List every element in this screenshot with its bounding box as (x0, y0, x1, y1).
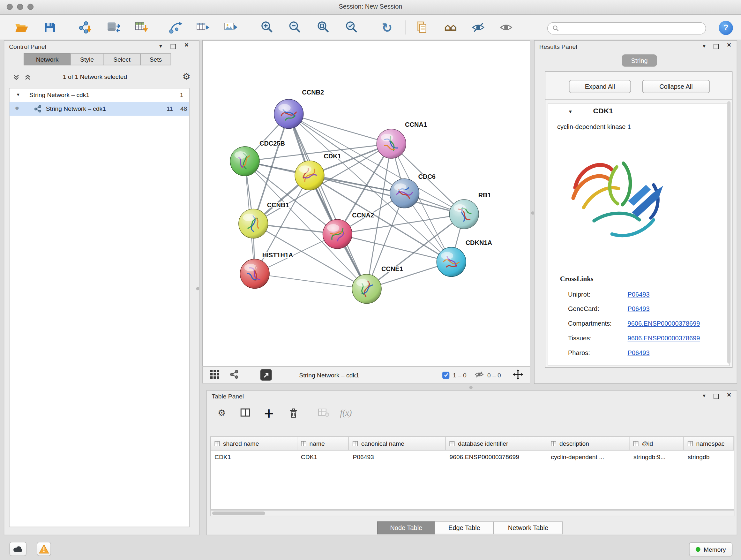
copy-document-icon[interactable] (413, 19, 430, 36)
table-cell[interactable]: CDK1 (211, 453, 297, 460)
network-from-table-icon[interactable] (195, 19, 212, 36)
table-float-icon[interactable] (714, 394, 719, 399)
refresh-view-icon[interactable]: ↻ (379, 19, 395, 36)
import-network-file-icon[interactable] (77, 19, 93, 36)
zoom-fit-icon[interactable] (315, 19, 332, 36)
crosslink-value-link[interactable]: 9606.ENSP00000378699 (628, 320, 700, 327)
search-box[interactable] (547, 22, 706, 35)
warnings-button[interactable] (37, 542, 51, 556)
edge-HIST1H1A-CCNE1[interactable] (255, 273, 367, 289)
network-collection-row[interactable]: ▼ String Network – cdk1 1 (10, 88, 189, 102)
memory-button[interactable]: Memory (689, 543, 732, 557)
network-node-CDC25B[interactable] (230, 146, 259, 176)
import-table-icon[interactable] (133, 19, 150, 36)
save-session-icon[interactable] (41, 19, 58, 36)
export-image-icon[interactable] (222, 19, 239, 36)
column-header-shared-name[interactable]: shared name (211, 437, 297, 450)
network-node-CCNB1[interactable] (239, 209, 268, 239)
network-node-RB1[interactable] (449, 199, 479, 229)
hide-glasses-icon[interactable] (470, 19, 487, 36)
hidden-eye-slash-icon[interactable] (475, 370, 484, 379)
network-node-CDKN1A[interactable] (436, 247, 466, 276)
crosslink-value-link[interactable]: P06493 (628, 306, 650, 313)
network-node-CDK1[interactable] (295, 161, 324, 190)
panel-menu-icon[interactable]: ▾ (159, 43, 162, 49)
birds-eye-grid-icon[interactable] (210, 370, 219, 380)
splitter-handle-left[interactable] (196, 287, 199, 290)
open-in-window-icon[interactable] (260, 369, 272, 381)
delete-column-trash-icon[interactable] (285, 405, 301, 421)
results-scrollbar[interactable] (727, 101, 731, 364)
table-row[interactable]: CDK1CDK1P064939606.ENSP00000378699cyclin… (211, 450, 734, 463)
results-tab-string[interactable]: String (622, 54, 657, 67)
splitter-handle-bottom[interactable] (469, 386, 473, 389)
table-options-gear-icon[interactable]: ⚙ (213, 405, 229, 421)
zoom-in-icon[interactable] (259, 19, 275, 36)
crosslink-value-link[interactable]: 9606.ENSP00000378699 (628, 334, 700, 341)
panel-float-icon[interactable] (171, 44, 176, 49)
table-cell[interactable]: CDK1 (297, 453, 349, 460)
collapse-all-button[interactable]: Collapse All (643, 80, 710, 93)
zoom-out-icon[interactable] (286, 19, 303, 36)
table-menu-icon[interactable]: ▾ (703, 392, 705, 399)
tab-network[interactable]: Network (23, 53, 71, 65)
new-network-icon[interactable] (167, 19, 184, 36)
table-close-icon[interactable]: × (727, 391, 731, 398)
delete-table-icon[interactable] (316, 405, 332, 421)
table-cell[interactable]: P06493 (349, 453, 446, 460)
column-header--id[interactable]: @id (630, 437, 684, 450)
open-session-icon[interactable] (13, 19, 30, 36)
table-cell[interactable]: stringdb (684, 453, 734, 460)
table-hscrollbar-thumb[interactable] (212, 511, 265, 515)
search-input[interactable] (562, 24, 701, 32)
network-node-CDC6[interactable] (390, 179, 419, 208)
panel-close-icon[interactable]: × (185, 42, 189, 48)
column-header-database-identifier[interactable]: database identifier (446, 437, 547, 450)
expand-all-button[interactable]: Expand All (569, 80, 631, 93)
tree-expander-icon[interactable]: ▼ (16, 92, 20, 97)
function-builder-icon[interactable]: f(x) (335, 405, 356, 421)
column-header-canonical-name[interactable]: canonical name (349, 437, 446, 450)
string-network-graph[interactable]: CCNB2CCNA1CDC25BCDK1CDC6RB1CCNB1CCNA2CDK… (203, 41, 530, 366)
pan-crosshair-icon[interactable] (513, 369, 523, 381)
show-eye-icon[interactable] (497, 19, 515, 36)
network-canvas[interactable]: CCNB2CCNA1CDC25BCDK1CDC6RB1CCNB1CCNA2CDK… (202, 40, 530, 367)
table-cell[interactable]: cyclin-dependent ... (547, 453, 630, 460)
network-node-CCNA2[interactable] (323, 219, 352, 249)
tab-node-table[interactable]: Node Table (377, 521, 435, 534)
add-column-icon[interactable]: + (261, 405, 277, 421)
column-header-name[interactable]: name (297, 437, 349, 450)
edge-CCNA2-CDKN1A[interactable] (337, 234, 451, 262)
tab-select[interactable]: Select (103, 53, 141, 65)
table-cell[interactable]: 9606.ENSP00000378699 (446, 453, 547, 460)
homes-icon[interactable]: ⌂⌂ (441, 19, 458, 36)
tab-network-table[interactable]: Network Table (493, 521, 563, 534)
network-node-CCNA1[interactable] (377, 129, 406, 159)
network-node-CCNE1[interactable] (352, 274, 381, 304)
help-button[interactable]: ? (719, 21, 733, 35)
table-hscrollbar[interactable] (210, 510, 734, 516)
results-close-icon[interactable]: × (727, 42, 731, 48)
network-options-gear-icon[interactable]: ⚙ (183, 71, 191, 81)
entry-collapse-icon[interactable]: ▼ (568, 109, 573, 114)
crosslink-value-link[interactable]: P06493 (628, 291, 650, 298)
results-float-icon[interactable] (714, 44, 719, 49)
table-cell[interactable]: stringdb:9... (630, 453, 684, 460)
selected-checkbox-icon[interactable] (442, 371, 449, 378)
tab-style[interactable]: Style (71, 53, 104, 65)
zoom-selected-icon[interactable] (343, 19, 360, 36)
crosslink-value-link[interactable]: P06493 (628, 349, 650, 356)
network-row-selected[interactable]: ● String Network – cdk1 11 48 (10, 102, 189, 116)
tab-sets[interactable]: Sets (140, 53, 171, 65)
import-network-database-icon[interactable] (105, 19, 122, 36)
results-menu-icon[interactable]: ▾ (703, 43, 705, 49)
network-node-CCNB2[interactable] (274, 99, 304, 129)
column-header-namespac[interactable]: namespac (684, 437, 734, 450)
column-header-description[interactable]: description (547, 437, 630, 450)
tab-edge-table[interactable]: Edge Table (434, 521, 494, 534)
cloud-status-button[interactable] (10, 542, 26, 556)
network-node-HIST1H1A[interactable] (240, 259, 269, 289)
edge-CCNB2-CCNA1[interactable] (289, 114, 391, 144)
show-columns-icon[interactable] (237, 405, 253, 421)
share-network-icon[interactable] (230, 370, 239, 380)
